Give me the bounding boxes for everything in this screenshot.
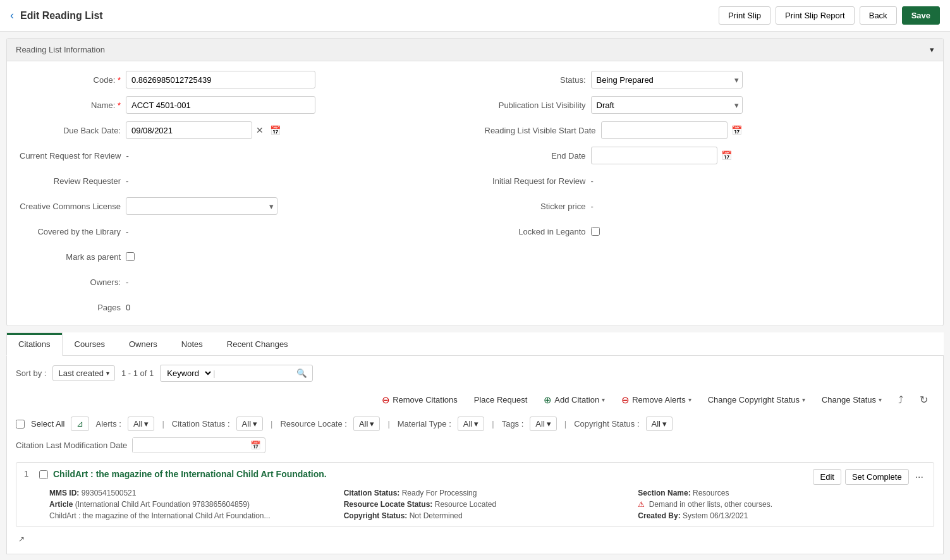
date-filter-label: Citation Last Modification Date xyxy=(16,441,127,450)
export-button[interactable]: ⤴ xyxy=(892,391,910,409)
citation-item-header: 1 ChildArt : the magazine of the Interna… xyxy=(24,469,926,485)
end-date-input-group: 📅 xyxy=(591,147,734,164)
sticker-price-row: Sticker price - xyxy=(485,197,931,216)
keyword-select[interactable]: Keyword xyxy=(161,365,213,381)
visible-start-input[interactable] xyxy=(601,121,728,139)
date-filter-calendar-icon[interactable]: 📅 xyxy=(247,438,265,453)
sort-bar: Sort by : Last created ▾ 1 - 1 of 1 Keyw… xyxy=(16,365,934,382)
add-citation-button[interactable]: ⊕ Add Citation ▾ xyxy=(537,391,611,409)
page-count: 1 - 1 of 1 xyxy=(121,368,154,378)
change-status-caret-icon: ▾ xyxy=(879,396,882,403)
keyword-search-input[interactable] xyxy=(216,366,291,380)
citation-checkbox[interactable] xyxy=(39,470,48,479)
code-input[interactable] xyxy=(126,71,315,88)
tab-owners[interactable]: Owners xyxy=(117,332,169,355)
remove-alerts-button[interactable]: ⊖ Remove Alerts ▾ xyxy=(615,391,698,409)
code-label: Code: * xyxy=(20,75,121,85)
status-row: Status: Being Prepared ▾ xyxy=(485,70,931,89)
tabs-container: Citations Courses Owners Notes Recent Ch… xyxy=(6,332,944,356)
due-back-date-input-group: ✕ 📅 xyxy=(126,121,283,139)
locked-leganto-checkbox[interactable] xyxy=(591,227,600,236)
due-back-date-row: Due Back Date: ✕ 📅 xyxy=(20,121,466,140)
change-status-button[interactable]: Change Status ▾ xyxy=(815,392,888,408)
citation-alert: ⚠ Demand in other lists, other courses. xyxy=(638,500,926,509)
form-left-col: Code: * Name: * Due Back Date: xyxy=(20,70,466,317)
tags-dropdown[interactable]: All ▾ xyxy=(530,417,556,431)
sticker-price-value: - xyxy=(591,202,594,211)
pages-label: Pages xyxy=(20,303,121,312)
resource-locate-dropdown[interactable]: All ▾ xyxy=(353,417,380,431)
page-title: Edit Reading List xyxy=(20,10,103,21)
alerts-dropdown[interactable]: All ▾ xyxy=(128,417,154,431)
name-input[interactable] xyxy=(126,96,315,114)
citation-copyright: Copyright Status: Not Determined xyxy=(344,511,632,520)
sort-select[interactable]: Last created ▾ xyxy=(52,365,115,381)
creative-commons-label: Creative Commons License xyxy=(20,202,121,211)
save-button[interactable]: Save xyxy=(902,6,940,25)
citation-more-button[interactable]: ··· xyxy=(913,470,926,484)
creative-commons-select[interactable] xyxy=(126,197,277,215)
alerts-filter[interactable]: ⊿ xyxy=(71,417,89,431)
page-header: ‹ Edit Reading List Print Slip Print Sli… xyxy=(0,0,950,32)
review-requester-value: - xyxy=(126,176,128,186)
name-label: Name: * xyxy=(20,100,121,110)
covered-library-label: Covered by the Library xyxy=(20,227,121,236)
tab-recent-changes[interactable]: Recent Changes xyxy=(215,332,300,355)
current-request-value: - xyxy=(126,151,128,161)
sep4: | xyxy=(492,419,494,429)
print-slip-report-button[interactable]: Print Slip Report xyxy=(776,6,855,25)
copyright-status-dropdown[interactable]: All ▾ xyxy=(646,417,673,431)
citation-details: MMS ID: 9930541500521 Citation Status: R… xyxy=(49,489,926,520)
material-type-dropdown[interactable]: All ▾ xyxy=(458,417,484,431)
visible-start-calendar-icon[interactable]: 📅 xyxy=(729,124,745,137)
due-back-date-calendar-icon[interactable]: 📅 xyxy=(267,124,283,137)
add-citation-plus-icon: ⊕ xyxy=(544,394,552,406)
end-date-label: End Date xyxy=(485,151,586,161)
action-row: ⊖ Remove Citations Place Request ⊕ Add C… xyxy=(16,391,934,409)
end-date-input[interactable] xyxy=(591,147,717,164)
citation-mms-id: MMS ID: 9930541500521 xyxy=(49,489,338,497)
citations-area: Sort by : Last created ▾ 1 - 1 of 1 Keyw… xyxy=(6,356,944,554)
expand-icon[interactable]: ↗ xyxy=(16,533,27,545)
tab-active-indicator xyxy=(7,333,62,335)
add-citation-caret-icon: ▾ xyxy=(602,396,605,403)
locked-leganto-row: Locked in Leganto xyxy=(485,222,931,241)
covered-library-row: Covered by the Library - xyxy=(20,222,466,241)
citation-actions: Edit Set Complete ··· xyxy=(813,469,926,485)
citation-item: 1 ChildArt : the magazine of the Interna… xyxy=(16,462,934,527)
place-request-button[interactable]: Place Request xyxy=(468,392,534,408)
citation-status-dropdown[interactable]: All ▾ xyxy=(236,417,263,431)
citation-complete-button[interactable]: Set Complete xyxy=(845,469,909,485)
resource-locate-caret-icon: ▾ xyxy=(370,419,374,429)
tab-citations[interactable]: Citations xyxy=(6,332,63,356)
due-back-date-clear-icon[interactable]: ✕ xyxy=(253,124,266,137)
creative-commons-row: Creative Commons License ▾ xyxy=(20,197,466,216)
back-button[interactable]: Back xyxy=(860,6,897,25)
date-filter-input[interactable] xyxy=(133,438,247,453)
visible-start-input-group: 📅 xyxy=(601,121,745,139)
panel-header[interactable]: Reading List Information ▾ xyxy=(7,39,943,61)
remove-citations-button[interactable]: ⊖ Remove Citations xyxy=(375,391,464,409)
mark-parent-checkbox[interactable] xyxy=(126,252,135,261)
initial-request-value: - xyxy=(591,176,594,186)
search-button[interactable]: 🔍 xyxy=(291,366,312,380)
tab-notes[interactable]: Notes xyxy=(169,332,215,355)
citation-title[interactable]: ChildArt : the magazine of the Internati… xyxy=(53,469,808,479)
tags-filter-label: Tags : xyxy=(502,419,524,429)
pub-visibility-row: Publication List Visibility Draft ▾ xyxy=(485,95,931,114)
tab-courses[interactable]: Courses xyxy=(63,332,117,355)
end-date-calendar-icon[interactable]: 📅 xyxy=(719,149,734,162)
print-slip-button[interactable]: Print Slip xyxy=(719,6,770,25)
review-requester-row: Review Requester - xyxy=(20,171,466,190)
due-back-date-input[interactable] xyxy=(126,121,252,139)
refresh-button[interactable]: ↻ xyxy=(913,391,934,409)
pub-visibility-label: Publication List Visibility xyxy=(485,100,586,110)
select-all-checkbox[interactable] xyxy=(16,420,25,429)
locked-leganto-label: Locked in Leganto xyxy=(485,227,586,236)
status-select[interactable]: Being Prepared xyxy=(591,71,743,88)
change-copyright-button[interactable]: Change Copyright Status ▾ xyxy=(702,392,812,408)
pub-visibility-select[interactable]: Draft xyxy=(591,96,743,114)
back-arrow-icon[interactable]: ‹ xyxy=(10,9,14,22)
citation-edit-button[interactable]: Edit xyxy=(813,469,841,485)
remove-alerts-caret-icon: ▾ xyxy=(688,396,691,403)
